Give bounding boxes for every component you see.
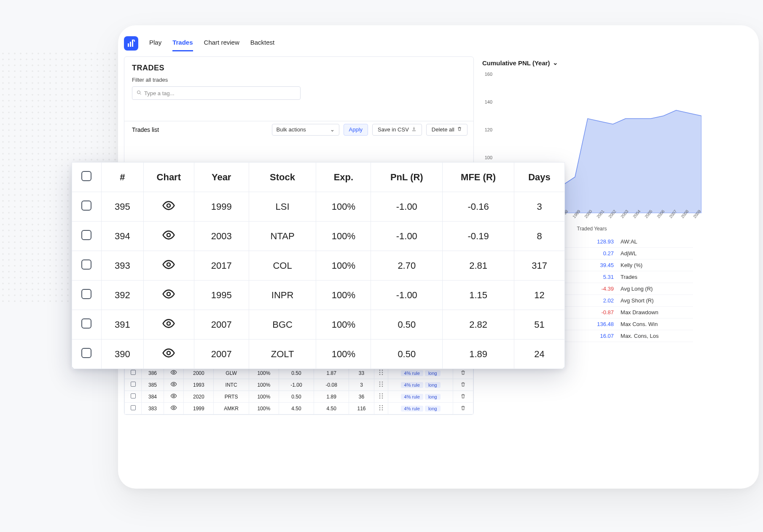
row-checkbox[interactable] <box>81 259 91 270</box>
eye-icon[interactable] <box>162 351 175 362</box>
bulk-actions-select[interactable]: Bulk actions ⌄ <box>272 124 339 136</box>
cell-exp: 100% <box>249 391 279 403</box>
col-year[interactable]: Year <box>194 163 249 192</box>
table-row[interactable]: 3932017COL100%2.702.81317 <box>72 251 565 281</box>
tag-pill[interactable]: 4% rule <box>401 370 423 376</box>
nav-play[interactable]: Play <box>149 35 161 51</box>
cell-exp: 100% <box>316 310 371 340</box>
svg-point-41 <box>379 393 380 395</box>
search-icon <box>137 90 142 96</box>
delete-all-button[interactable]: Delete all <box>426 124 467 136</box>
col-chart[interactable]: Chart <box>143 163 194 192</box>
apply-button[interactable]: Apply <box>344 124 368 136</box>
trash-icon[interactable] <box>460 393 466 400</box>
cell-exp: 100% <box>249 379 279 391</box>
eye-icon[interactable] <box>170 393 177 401</box>
svg-point-53 <box>382 409 383 411</box>
row-checkbox[interactable] <box>81 230 91 240</box>
trash-icon[interactable] <box>460 405 466 412</box>
eye-icon[interactable] <box>162 292 175 303</box>
tag-pill[interactable]: long <box>425 406 441 412</box>
svg-point-44 <box>382 396 383 397</box>
cell-mfe: 1.89 <box>314 391 349 403</box>
save-csv-button[interactable]: Save in CSV <box>372 124 422 136</box>
svg-point-43 <box>379 396 380 397</box>
filter-all-label: Filter all trades <box>132 77 466 83</box>
eye-icon[interactable] <box>162 322 175 332</box>
svg-line-4 <box>140 93 141 94</box>
row-checkbox[interactable] <box>81 289 91 299</box>
drag-handle-icon[interactable] <box>379 381 383 388</box>
row-checkbox[interactable] <box>131 382 136 387</box>
trash-icon[interactable] <box>460 382 466 388</box>
tag-pill[interactable]: 4% rule <box>401 394 423 400</box>
col-days[interactable]: Days <box>514 163 565 192</box>
eye-icon[interactable] <box>170 404 177 412</box>
stat-label: Avg Short (R) <box>617 295 693 307</box>
stat-label: AdjWL <box>617 248 693 259</box>
table-row[interactable]: 3851993INTC100%-1.00-0.0834% rulelong <box>125 379 473 391</box>
cell-num: 392 <box>101 281 143 310</box>
cell-days: 36 <box>349 391 374 403</box>
stat-value: 39.45 <box>579 259 617 271</box>
table-row[interactable]: 3942003NTAP100%-1.00-0.198 <box>72 222 565 251</box>
eye-icon[interactable] <box>170 381 177 389</box>
eye-icon[interactable] <box>162 263 175 273</box>
row-checkbox[interactable] <box>131 370 136 375</box>
col-mfe[interactable]: MFE (R) <box>443 163 514 192</box>
row-checkbox[interactable] <box>81 348 91 358</box>
row-checkbox[interactable] <box>131 405 136 410</box>
cell-num: 394 <box>101 222 143 251</box>
cell-days: 8 <box>514 222 565 251</box>
svg-point-40 <box>173 395 175 397</box>
row-checkbox[interactable] <box>81 318 91 329</box>
eye-icon[interactable] <box>162 233 175 244</box>
col-pnl[interactable]: PnL (R) <box>371 163 443 192</box>
tag-pill[interactable]: 4% rule <box>401 382 423 388</box>
tag-pill[interactable]: 4% rule <box>401 406 423 412</box>
drag-handle-icon[interactable] <box>379 369 383 377</box>
tag-pill[interactable]: long <box>425 394 441 400</box>
table-row[interactable]: 3842020PRTS100%0.501.89364% rulelong <box>125 391 473 403</box>
col-number[interactable]: # <box>101 163 143 192</box>
trash-icon[interactable] <box>460 370 466 377</box>
table-row[interactable]: 3912007BGC100%0.502.8251 <box>72 310 565 340</box>
cell-year: 1999 <box>194 192 249 222</box>
cell-days: 3 <box>514 192 565 222</box>
stat-value: -4.39 <box>579 283 617 295</box>
table-row[interactable]: 3921995INPR100%-1.001.1512 <box>72 281 565 310</box>
col-stock[interactable]: Stock <box>249 163 316 192</box>
svg-point-49 <box>382 405 383 406</box>
cell-stock: INPR <box>249 281 316 310</box>
row-checkbox[interactable] <box>81 201 91 211</box>
svg-point-28 <box>382 370 383 371</box>
tag-pill[interactable]: long <box>425 382 441 388</box>
svg-point-50 <box>379 407 380 409</box>
nav-backtest[interactable]: Backtest <box>250 35 275 51</box>
nav-chart-review[interactable]: Chart review <box>204 35 239 51</box>
table-row[interactable]: 3951999LSI100%-1.00-0.163 <box>72 192 565 222</box>
eye-icon[interactable] <box>162 204 175 214</box>
select-all-checkbox[interactable] <box>81 171 91 181</box>
trades-panel-title: TRADES <box>132 64 466 72</box>
row-checkbox[interactable] <box>131 393 136 398</box>
drag-handle-icon[interactable] <box>379 405 383 412</box>
chart-ytick: 120 <box>481 127 492 132</box>
cell-days: 317 <box>514 251 565 281</box>
stat-value: 5.31 <box>579 271 617 283</box>
tag-filter-input[interactable]: Type a tag... <box>132 86 301 100</box>
eye-icon[interactable] <box>170 369 177 377</box>
tag-pill[interactable]: long <box>425 370 441 376</box>
stat-label: Max. Cons, Los <box>617 330 693 342</box>
stat-label: Max Drawdown <box>617 307 693 318</box>
svg-point-52 <box>379 409 380 411</box>
drag-handle-icon[interactable] <box>379 393 383 400</box>
col-exp[interactable]: Exp. <box>316 163 371 192</box>
cell-exp: 100% <box>316 222 371 251</box>
nav-trades[interactable]: Trades <box>172 35 193 51</box>
app-logo[interactable] <box>124 36 138 51</box>
chart-ytick: 100 <box>481 155 492 160</box>
table-row[interactable]: 3831999AMKR100%4.504.501164% rulelong <box>125 403 473 414</box>
table-row[interactable]: 3902007ZOLT100%0.501.8924 <box>72 340 565 369</box>
chart-title-select[interactable]: Cumulative PNL (Year) ⌄ <box>482 56 752 69</box>
